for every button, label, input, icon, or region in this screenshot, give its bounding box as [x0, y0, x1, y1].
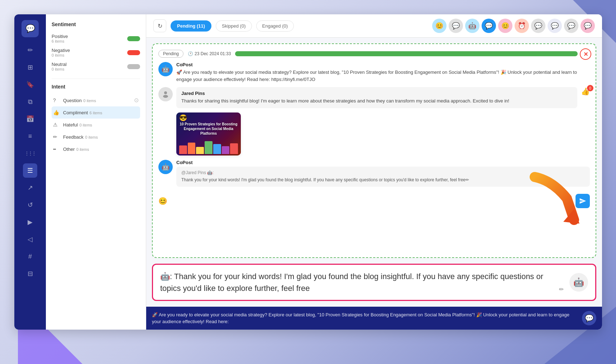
pending-button[interactable]: Pending (11) — [171, 20, 211, 32]
avatar-8[interactable]: 💬 — [548, 19, 562, 33]
jared-avatar — [158, 87, 173, 101]
filter-positive-count: 6 items — [52, 39, 68, 43]
app-container: 💬 ✏ ⊞ 🔖 ⧉ 📅 ≡ ⋮⋮⋮ ☰ ↗ ↺ ▶ ◁ # ⊟ Sentimen… — [14, 14, 602, 330]
chat-card-header: Pending 🕐 23 Dec 2024 01:33 👍 — [158, 50, 590, 58]
avatar-3[interactable]: 🤖 — [465, 19, 479, 33]
reply-box-text: 🤖: Thank you for your kind words! I'm gl… — [160, 270, 553, 294]
chat-card: ✕ Pending 🕐 23 Dec 2024 01:33 👍 🤖 CoPost — [152, 43, 596, 258]
sidebar-icon-calendar[interactable]: 📅 — [23, 112, 37, 126]
engaged-button[interactable]: Engaged (0) — [256, 20, 294, 32]
intent-compliment-count: 6 items — [90, 111, 102, 115]
message-jared: Jared Pins Thanks for sharing this insig… — [158, 87, 590, 108]
sidebar-icon-refresh[interactable]: ↺ — [23, 198, 37, 212]
question-circle-icon: ⊙ — [134, 97, 139, 104]
copost-message-1-content: CoPost 🚀 Are you ready to elevate your s… — [176, 62, 590, 83]
other-icon: ••• — [53, 147, 62, 151]
avatar-10[interactable]: 💬 — [581, 19, 595, 33]
filter-positive-label: Positive — [52, 34, 68, 39]
filter-negative-badge — [127, 50, 140, 55]
jared-like-area: 👍 0 — [581, 87, 590, 96]
avatar-6[interactable]: ⏰ — [515, 19, 529, 33]
filter-neutral-label: Neutral — [52, 62, 67, 67]
sidebar-icon-columns[interactable]: ⋮⋮⋮ — [23, 146, 37, 161]
intent-feedback-count: 0 items — [85, 135, 98, 139]
avatar-9[interactable]: 💬 — [564, 19, 578, 33]
filter-negative-count: 0 items — [52, 53, 70, 57]
sidebar-icon-trending[interactable]: ↗ — [23, 181, 37, 195]
intent-question[interactable]: ? Question 0 items ⊙ — [52, 94, 140, 106]
clock-icon: 🕐 — [188, 51, 193, 56]
sidebar-icon-grid[interactable]: ⊞ — [23, 60, 37, 75]
image-card-overlay: 😎 — [176, 112, 241, 155]
avatar-2[interactable]: 💬 — [449, 19, 463, 33]
sidebar-icon-table[interactable]: ⊟ — [23, 267, 37, 281]
intent-question-label: Question — [63, 98, 82, 103]
message-actions: 😊 — [158, 194, 590, 208]
sidebar-icon-hashtag[interactable]: # — [23, 249, 37, 264]
like-badge-count: 0 — [587, 85, 593, 91]
sidebar-icon-play[interactable]: ▶ — [23, 215, 37, 229]
intent-feedback-label: Feedback — [63, 134, 83, 140]
like-badge[interactable]: 👍 0 — [581, 87, 590, 96]
intent-hateful-label: Hateful — [63, 122, 78, 128]
copost-text-1: 🚀 Are you ready to elevate your social m… — [176, 69, 590, 83]
svg-point-0 — [164, 91, 167, 94]
filter-neutral-count: 0 items — [52, 67, 67, 71]
intent-other-count: 0 items — [76, 147, 89, 152]
avatar-1[interactable]: 😊 — [432, 19, 447, 33]
sidebar-icon-inbox[interactable]: ☰ — [23, 163, 37, 178]
hateful-icon: ⚠ — [53, 122, 62, 128]
avatar-4[interactable]: 💬 — [482, 19, 496, 33]
filter-panel: Sentiment Positive 6 items Negative 0 it… — [46, 14, 146, 330]
image-card-title: 10 Proven Strategies for Boosting Engage… — [178, 122, 239, 136]
filter-neutral[interactable]: Neutral 0 items — [52, 59, 140, 73]
intent-hateful-count: 0 items — [80, 123, 92, 127]
intent-other[interactable]: ••• Other 0 items — [52, 143, 140, 155]
intent-hateful[interactable]: ⚠ Hateful 0 items — [52, 119, 140, 131]
refresh-button[interactable]: ↻ — [153, 19, 166, 32]
avatar-7[interactable]: 💬 — [531, 19, 545, 33]
sentiment-bar — [235, 51, 578, 56]
intent-title: Intent — [52, 84, 140, 90]
avatar-5[interactable]: 😊 — [498, 19, 512, 33]
filter-neutral-badge — [127, 64, 140, 69]
intent-question-count: 0 items — [83, 99, 96, 103]
bottom-bar-text: 🚀 Are you ready to elevate your social m… — [152, 311, 576, 325]
svg-point-1 — [163, 95, 168, 98]
timestamp-text: 23 Dec 2024 01:33 — [195, 51, 231, 56]
sidebar-icon-list[interactable]: ≡ — [23, 129, 37, 143]
intent-other-label: Other — [63, 147, 75, 152]
feedback-icon: ✏ — [53, 134, 62, 140]
message-copost-reply: 🤖 CoPost @Jared Pins 🤖: Thank you for yo… — [158, 160, 590, 187]
svg-marker-2 — [563, 209, 579, 224]
skipped-button[interactable]: Skipped (0) — [216, 20, 252, 32]
intent-compliment[interactable]: 👍 Compliment 6 items — [52, 106, 140, 119]
reply-text: Thank you for your kind words! I'm glad … — [181, 177, 585, 183]
sidebar-icon-edit[interactable]: ✏ — [23, 43, 37, 57]
copost-avatar-1: 🤖 — [158, 62, 173, 76]
emoji-button[interactable]: 😊 — [158, 197, 167, 205]
jared-author: Jared Pins — [181, 91, 572, 96]
jared-message-box: Jared Pins Thanks for sharing this insig… — [176, 87, 577, 108]
close-button[interactable]: ✕ — [580, 48, 591, 60]
bottom-bar-avatar: 💬 — [582, 311, 596, 325]
message-copost-1: 🤖 CoPost 🚀 Are you ready to elevate your… — [158, 62, 590, 83]
bottom-notification-bar: 🚀 Are you ready to elevate your social m… — [146, 307, 602, 330]
send-button[interactable] — [576, 194, 590, 208]
intent-feedback[interactable]: ✏ Feedback 0 items — [52, 131, 140, 143]
sentiment-title: Sentiment — [52, 21, 140, 27]
app-logo[interactable]: 💬 — [22, 20, 39, 37]
reply-input-box[interactable]: 🤖: Thank you for your kind words! I'm gl… — [152, 264, 596, 301]
question-icon: ? — [53, 97, 62, 103]
top-bar: ↻ Pending (11) Skipped (0) Engaged (0) 😊… — [146, 14, 602, 38]
pending-status-badge: Pending — [158, 50, 183, 58]
image-card-img: 😎 — [176, 112, 241, 155]
sidebar-icon-back[interactable]: ◁ — [23, 232, 37, 246]
reply-to-label: @Jared Pins 🤖: — [181, 170, 585, 175]
sidebar-icon-copy[interactable]: ⧉ — [23, 95, 37, 109]
filter-positive[interactable]: Positive 6 items — [52, 32, 140, 46]
avatar-bar: 😊 💬 🤖 💬 😊 ⏰ 💬 💬 💬 💬 — [432, 19, 595, 33]
sidebar-icon-bookmark[interactable]: 🔖 — [23, 77, 37, 92]
main-content: ↻ Pending (11) Skipped (0) Engaged (0) 😊… — [146, 14, 602, 330]
filter-negative[interactable]: Negative 0 items — [52, 46, 140, 59]
